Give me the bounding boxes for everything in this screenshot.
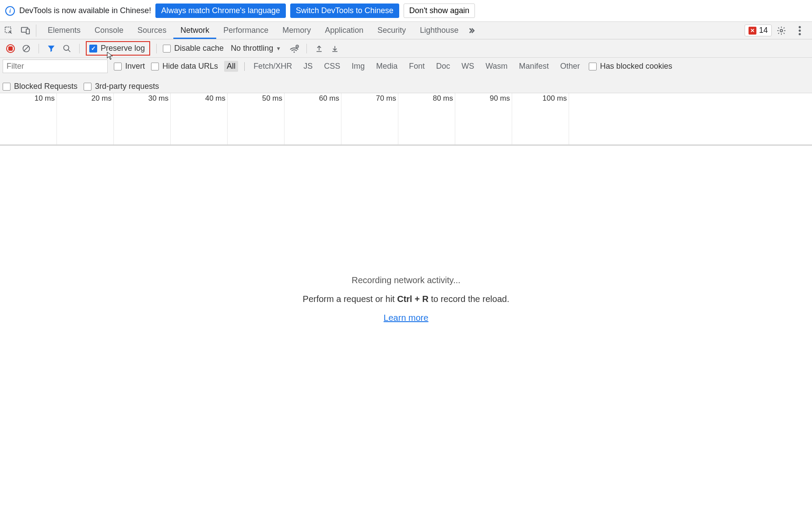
tab-elements[interactable]: Elements xyxy=(41,22,88,39)
export-har-icon[interactable] xyxy=(329,42,341,55)
preserve-log-checkbox[interactable]: ✓ Preserve log xyxy=(89,44,145,53)
network-conditions-icon[interactable] xyxy=(288,42,300,55)
svg-point-9 xyxy=(64,45,69,50)
device-toolbar-icon[interactable] xyxy=(19,25,32,37)
checkbox-unchecked-icon xyxy=(84,83,91,91)
filter-type-js[interactable]: JS xyxy=(301,61,315,72)
info-bar: i DevTools is now available in Chinese! … xyxy=(0,0,812,22)
filter-type-fetchxhr[interactable]: Fetch/XHR xyxy=(251,61,295,72)
preserve-log-label: Preserve log xyxy=(101,44,145,53)
svg-line-8 xyxy=(24,46,29,51)
empty-line-2-kbd: Ctrl + R xyxy=(397,294,429,304)
invert-label: Invert xyxy=(125,62,145,71)
tab-performance[interactable]: Performance xyxy=(216,22,275,39)
divider xyxy=(244,62,245,71)
checkbox-checked-icon: ✓ xyxy=(89,45,97,53)
svg-point-3 xyxy=(780,29,783,32)
info-message: DevTools is now available in Chinese! xyxy=(19,6,151,15)
search-icon[interactable] xyxy=(61,42,73,55)
info-icon: i xyxy=(5,6,15,16)
divider xyxy=(306,44,307,53)
switch-devtools-language-button[interactable]: Switch DevTools to Chinese xyxy=(290,4,399,18)
inspect-element-icon[interactable] xyxy=(3,25,15,37)
record-button[interactable] xyxy=(4,42,17,55)
filter-type-all[interactable]: All xyxy=(224,61,238,72)
caret-down-icon: ▼ xyxy=(276,46,281,52)
checkbox-unchecked-icon xyxy=(3,83,11,91)
third-party-requests-checkbox[interactable]: 3rd-party requests xyxy=(84,82,159,91)
filter-type-css[interactable]: CSS xyxy=(321,61,343,72)
hide-data-urls-checkbox[interactable]: Hide data URLs xyxy=(151,62,218,71)
settings-gear-icon[interactable] xyxy=(775,25,787,37)
checkbox-unchecked-icon xyxy=(163,45,171,53)
main-tab-bar: ElementsConsoleSourcesNetworkPerformance… xyxy=(0,22,812,39)
tab-sources[interactable]: Sources xyxy=(130,22,173,39)
error-icon: ✕ xyxy=(749,27,756,35)
error-count: 14 xyxy=(759,26,768,35)
checkbox-unchecked-icon xyxy=(151,63,159,70)
filter-type-doc[interactable]: Doc xyxy=(433,61,453,72)
filter-bar: Invert Hide data URLs AllFetch/XHRJSCSSI… xyxy=(0,58,812,93)
blocked-requests-checkbox[interactable]: Blocked Requests xyxy=(3,82,77,91)
divider xyxy=(156,44,157,53)
disable-cache-label: Disable cache xyxy=(174,44,224,53)
svg-point-11 xyxy=(294,51,295,53)
svg-point-5 xyxy=(799,29,801,32)
third-party-label: 3rd-party requests xyxy=(95,82,159,91)
filter-toggle-icon[interactable] xyxy=(45,42,57,55)
preserve-log-highlight: ✓ Preserve log xyxy=(86,41,150,56)
import-har-icon[interactable] xyxy=(313,42,325,55)
filter-type-font[interactable]: Font xyxy=(406,61,427,72)
filter-input[interactable] xyxy=(3,60,108,73)
filter-type-other[interactable]: Other xyxy=(558,61,583,72)
learn-more-link[interactable]: Learn more xyxy=(383,313,428,323)
empty-line-2-pre: Perform a request or hit xyxy=(303,294,397,304)
tab-application[interactable]: Application xyxy=(318,22,370,39)
empty-line-2-post: to record the reload. xyxy=(429,294,510,304)
tab-memory[interactable]: Memory xyxy=(275,22,318,39)
empty-line-1: Recording network activity... xyxy=(352,275,460,285)
svg-point-6 xyxy=(799,33,801,35)
svg-point-4 xyxy=(799,26,801,28)
empty-state: Recording network activity... Perform a … xyxy=(0,146,812,452)
always-match-language-button[interactable]: Always match Chrome's language xyxy=(155,4,286,18)
filter-type-img[interactable]: Img xyxy=(349,61,367,72)
tab-lighthouse[interactable]: Lighthouse xyxy=(413,22,465,39)
tab-network[interactable]: Network xyxy=(173,22,216,39)
has-blocked-cookies-checkbox[interactable]: Has blocked cookies xyxy=(589,62,672,71)
network-toolbar: ✓ Preserve log Disable cache No throttli… xyxy=(0,39,812,58)
more-tabs-icon[interactable] xyxy=(465,25,478,37)
filter-type-wasm[interactable]: Wasm xyxy=(483,61,510,72)
checkbox-unchecked-icon xyxy=(589,63,597,70)
empty-line-2: Perform a request or hit Ctrl + R to rec… xyxy=(303,294,510,304)
divider xyxy=(79,44,80,53)
tab-security[interactable]: Security xyxy=(370,22,413,39)
invert-checkbox[interactable]: Invert xyxy=(114,62,145,71)
svg-line-10 xyxy=(68,49,70,52)
throttling-value: No throttling xyxy=(231,44,273,53)
kebab-menu-icon[interactable] xyxy=(794,25,806,37)
throttling-dropdown[interactable]: No throttling ▼ xyxy=(227,43,285,54)
filter-type-ws[interactable]: WS xyxy=(459,61,477,72)
blocked-requests-label: Blocked Requests xyxy=(14,82,77,91)
disable-cache-checkbox[interactable]: Disable cache xyxy=(163,44,224,53)
svg-rect-2 xyxy=(26,29,29,34)
clear-button[interactable] xyxy=(20,42,32,55)
timeline-tick: 100 ms xyxy=(0,93,569,144)
checkbox-unchecked-icon xyxy=(114,63,122,70)
hide-data-urls-label: Hide data URLs xyxy=(162,62,218,71)
dont-show-again-button[interactable]: Don't show again xyxy=(404,4,475,18)
filter-type-media[interactable]: Media xyxy=(373,61,400,72)
filter-type-manifest[interactable]: Manifest xyxy=(517,61,552,72)
has-blocked-cookies-label: Has blocked cookies xyxy=(600,62,672,71)
error-count-badge[interactable]: ✕ 14 xyxy=(745,25,772,36)
divider xyxy=(39,44,39,53)
timeline-overview[interactable]: 10 ms20 ms30 ms40 ms50 ms60 ms70 ms80 ms… xyxy=(0,93,812,146)
tab-console[interactable]: Console xyxy=(88,22,130,39)
